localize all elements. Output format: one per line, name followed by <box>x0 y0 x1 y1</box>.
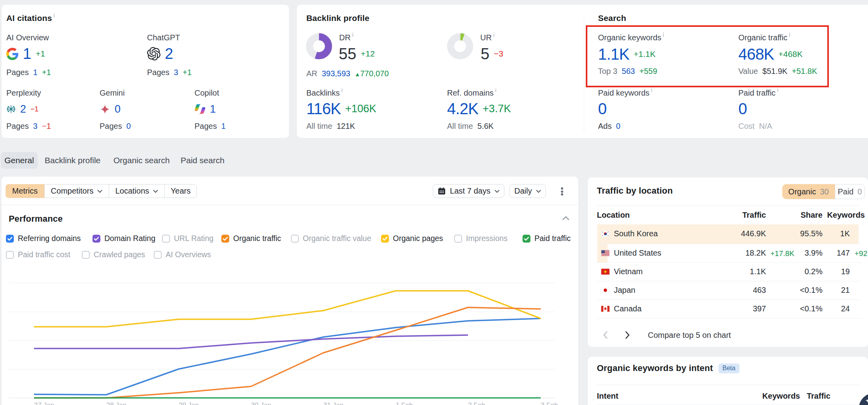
svg-text:3 Feb: 3 Feb <box>541 401 558 405</box>
svg-text:27 Jan: 27 Jan <box>34 401 54 405</box>
svg-text:31 Jan: 31 Jan <box>323 401 343 405</box>
svg-text:29 Jan: 29 Jan <box>179 401 199 405</box>
svg-text:30 Jan: 30 Jan <box>251 401 271 405</box>
svg-text:1 Feb: 1 Feb <box>396 401 413 405</box>
svg-text:2 Feb: 2 Feb <box>468 401 485 405</box>
svg-text:28 Jan: 28 Jan <box>106 401 126 405</box>
